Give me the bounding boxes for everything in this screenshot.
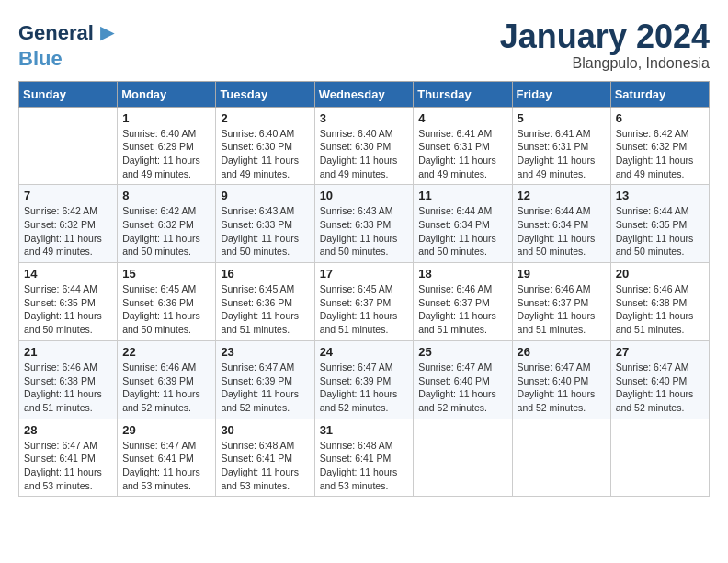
day-number: 22 bbox=[122, 345, 210, 359]
day-info: Sunrise: 6:43 AM Sunset: 6:33 PM Dayligh… bbox=[320, 204, 409, 259]
day-info: Sunrise: 6:40 AM Sunset: 6:30 PM Dayligh… bbox=[320, 127, 409, 181]
day-number: 15 bbox=[122, 267, 210, 281]
calendar-cell: 17Sunrise: 6:45 AM Sunset: 6:37 PM Dayli… bbox=[314, 263, 414, 341]
calendar-cell: 28Sunrise: 6:47 AM Sunset: 6:41 PM Dayli… bbox=[19, 419, 118, 497]
calendar-cell bbox=[19, 107, 118, 185]
day-number: 8 bbox=[122, 189, 210, 202]
day-number: 30 bbox=[221, 423, 309, 437]
header-cell-monday: Monday bbox=[118, 81, 216, 107]
calendar-cell: 4Sunrise: 6:41 AM Sunset: 6:31 PM Daylig… bbox=[414, 107, 512, 185]
day-info: Sunrise: 6:41 AM Sunset: 6:31 PM Dayligh… bbox=[518, 127, 606, 181]
day-info: Sunrise: 6:42 AM Sunset: 6:32 PM Dayligh… bbox=[24, 204, 112, 259]
calendar-cell: 31Sunrise: 6:48 AM Sunset: 6:41 PM Dayli… bbox=[314, 419, 414, 497]
day-info: Sunrise: 6:43 AM Sunset: 6:33 PM Dayligh… bbox=[221, 204, 309, 259]
calendar-cell: 6Sunrise: 6:42 AM Sunset: 6:32 PM Daylig… bbox=[610, 107, 709, 185]
day-number: 25 bbox=[418, 345, 506, 359]
calendar-cell: 24Sunrise: 6:47 AM Sunset: 6:39 PM Dayli… bbox=[314, 340, 414, 419]
day-info: Sunrise: 6:40 AM Sunset: 6:30 PM Dayligh… bbox=[221, 127, 309, 181]
day-info: Sunrise: 6:46 AM Sunset: 6:37 PM Dayligh… bbox=[518, 282, 606, 337]
header-cell-wednesday: Wednesday bbox=[314, 81, 414, 107]
calendar-cell: 30Sunrise: 6:48 AM Sunset: 6:41 PM Dayli… bbox=[216, 419, 314, 497]
calendar-cell: 18Sunrise: 6:46 AM Sunset: 6:37 PM Dayli… bbox=[414, 263, 512, 341]
day-info: Sunrise: 6:44 AM Sunset: 6:34 PM Dayligh… bbox=[418, 204, 506, 259]
day-number: 26 bbox=[518, 345, 606, 359]
day-info: Sunrise: 6:45 AM Sunset: 6:36 PM Dayligh… bbox=[122, 282, 210, 337]
calendar-cell: 5Sunrise: 6:41 AM Sunset: 6:31 PM Daylig… bbox=[512, 107, 610, 185]
calendar-table: SundayMondayTuesdayWednesdayThursdayFrid… bbox=[18, 81, 710, 498]
day-number: 12 bbox=[518, 189, 606, 202]
day-number: 20 bbox=[616, 267, 704, 281]
day-info: Sunrise: 6:42 AM Sunset: 6:32 PM Dayligh… bbox=[122, 204, 210, 259]
header-cell-friday: Friday bbox=[512, 81, 610, 107]
day-info: Sunrise: 6:47 AM Sunset: 6:40 PM Dayligh… bbox=[418, 361, 506, 415]
calendar-cell: 7Sunrise: 6:42 AM Sunset: 6:32 PM Daylig… bbox=[19, 185, 118, 263]
day-info: Sunrise: 6:48 AM Sunset: 6:41 PM Dayligh… bbox=[320, 439, 409, 493]
day-info: Sunrise: 6:42 AM Sunset: 6:32 PM Dayligh… bbox=[616, 127, 704, 181]
calendar-week-row: 28Sunrise: 6:47 AM Sunset: 6:41 PM Dayli… bbox=[19, 419, 710, 497]
calendar-cell: 15Sunrise: 6:45 AM Sunset: 6:36 PM Dayli… bbox=[118, 263, 216, 341]
day-number: 9 bbox=[221, 189, 309, 202]
calendar-cell: 16Sunrise: 6:45 AM Sunset: 6:36 PM Dayli… bbox=[216, 263, 314, 341]
calendar-cell: 1Sunrise: 6:40 AM Sunset: 6:29 PM Daylig… bbox=[118, 107, 216, 185]
calendar-week-row: 14Sunrise: 6:44 AM Sunset: 6:35 PM Dayli… bbox=[19, 263, 710, 341]
calendar-cell: 8Sunrise: 6:42 AM Sunset: 6:32 PM Daylig… bbox=[118, 185, 216, 263]
calendar-cell: 2Sunrise: 6:40 AM Sunset: 6:30 PM Daylig… bbox=[216, 107, 314, 185]
day-info: Sunrise: 6:47 AM Sunset: 6:40 PM Dayligh… bbox=[518, 361, 606, 415]
calendar-cell: 19Sunrise: 6:46 AM Sunset: 6:37 PM Dayli… bbox=[512, 263, 610, 341]
calendar-cell: 9Sunrise: 6:43 AM Sunset: 6:33 PM Daylig… bbox=[216, 185, 314, 263]
day-number: 24 bbox=[320, 345, 409, 359]
calendar-cell: 12Sunrise: 6:44 AM Sunset: 6:34 PM Dayli… bbox=[512, 185, 610, 263]
day-info: Sunrise: 6:44 AM Sunset: 6:35 PM Dayligh… bbox=[616, 204, 704, 259]
calendar-subtitle: Blangpulo, Indonesia bbox=[500, 55, 710, 72]
day-number: 2 bbox=[221, 111, 309, 125]
day-number: 29 bbox=[122, 423, 210, 437]
calendar-cell: 14Sunrise: 6:44 AM Sunset: 6:35 PM Dayli… bbox=[19, 263, 118, 341]
calendar-cell: 13Sunrise: 6:44 AM Sunset: 6:35 PM Dayli… bbox=[610, 185, 709, 263]
day-number: 28 bbox=[24, 423, 112, 437]
day-info: Sunrise: 6:47 AM Sunset: 6:41 PM Dayligh… bbox=[24, 439, 112, 493]
calendar-cell: 21Sunrise: 6:46 AM Sunset: 6:38 PM Dayli… bbox=[19, 340, 118, 419]
day-number: 7 bbox=[24, 189, 112, 202]
day-number: 17 bbox=[320, 267, 409, 281]
day-number: 5 bbox=[518, 111, 606, 125]
day-number: 27 bbox=[616, 345, 704, 359]
day-number: 18 bbox=[418, 267, 506, 281]
day-info: Sunrise: 6:45 AM Sunset: 6:37 PM Dayligh… bbox=[320, 282, 409, 337]
day-info: Sunrise: 6:47 AM Sunset: 6:39 PM Dayligh… bbox=[320, 361, 409, 415]
day-info: Sunrise: 6:46 AM Sunset: 6:38 PM Dayligh… bbox=[616, 282, 704, 337]
day-info: Sunrise: 6:41 AM Sunset: 6:31 PM Dayligh… bbox=[418, 127, 506, 181]
calendar-cell bbox=[414, 419, 512, 497]
calendar-cell: 11Sunrise: 6:44 AM Sunset: 6:34 PM Dayli… bbox=[414, 185, 512, 263]
calendar-cell: 22Sunrise: 6:46 AM Sunset: 6:39 PM Dayli… bbox=[118, 340, 216, 419]
calendar-week-row: 1Sunrise: 6:40 AM Sunset: 6:29 PM Daylig… bbox=[19, 107, 710, 185]
day-info: Sunrise: 6:47 AM Sunset: 6:39 PM Dayligh… bbox=[221, 361, 309, 415]
day-info: Sunrise: 6:44 AM Sunset: 6:34 PM Dayligh… bbox=[518, 204, 606, 259]
day-number: 23 bbox=[221, 345, 309, 359]
header-cell-tuesday: Tuesday bbox=[216, 81, 314, 107]
day-info: Sunrise: 6:44 AM Sunset: 6:35 PM Dayligh… bbox=[24, 282, 112, 337]
day-info: Sunrise: 6:45 AM Sunset: 6:36 PM Dayligh… bbox=[221, 282, 309, 337]
day-number: 13 bbox=[616, 189, 704, 202]
day-number: 19 bbox=[518, 267, 606, 281]
calendar-title: January 2024 bbox=[500, 18, 710, 55]
header-cell-thursday: Thursday bbox=[414, 81, 512, 107]
day-number: 1 bbox=[122, 111, 210, 125]
logo-blue: Blue bbox=[18, 47, 63, 70]
day-info: Sunrise: 6:48 AM Sunset: 6:41 PM Dayligh… bbox=[221, 439, 309, 493]
day-number: 11 bbox=[418, 189, 506, 202]
logo-general: General bbox=[18, 21, 94, 45]
calendar-cell: 27Sunrise: 6:47 AM Sunset: 6:40 PM Dayli… bbox=[610, 340, 709, 419]
logo: General ► Blue bbox=[18, 18, 119, 71]
header-cell-sunday: Sunday bbox=[19, 81, 118, 107]
day-number: 21 bbox=[24, 345, 112, 359]
calendar-week-row: 7Sunrise: 6:42 AM Sunset: 6:32 PM Daylig… bbox=[19, 185, 710, 263]
day-number: 16 bbox=[221, 267, 309, 281]
calendar-cell: 26Sunrise: 6:47 AM Sunset: 6:40 PM Dayli… bbox=[512, 340, 610, 419]
day-number: 10 bbox=[320, 189, 409, 202]
calendar-cell: 3Sunrise: 6:40 AM Sunset: 6:30 PM Daylig… bbox=[314, 107, 414, 185]
header-cell-saturday: Saturday bbox=[610, 81, 709, 107]
day-number: 14 bbox=[24, 267, 112, 281]
day-info: Sunrise: 6:40 AM Sunset: 6:29 PM Dayligh… bbox=[122, 127, 210, 181]
day-number: 3 bbox=[320, 111, 409, 125]
calendar-cell bbox=[512, 419, 610, 497]
